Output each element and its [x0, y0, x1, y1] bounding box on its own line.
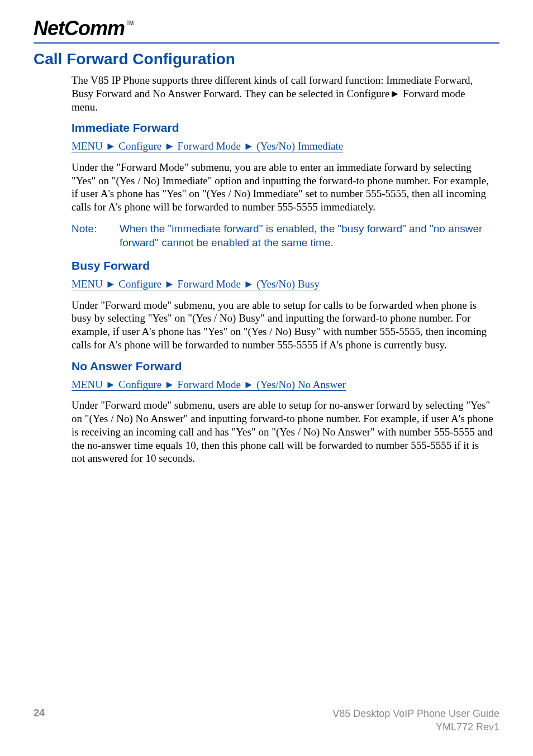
intro-paragraph: The V85 IP Phone supports three differen…	[72, 74, 494, 113]
section-body-noanswer: Under "Forward mode" submenu, users are …	[72, 399, 494, 465]
note-text: When the "immediate forward" is enabled,…	[120, 222, 494, 250]
note-label: Note:	[72, 222, 120, 250]
page-number: 24	[34, 707, 45, 734]
doc-rev: YML772 Rev1	[332, 721, 499, 734]
menu-path-busy-wrap: MENU ► Configure ► Forward Mode ► (Yes/N…	[72, 277, 494, 292]
section-heading-noanswer: No Answer Forward	[72, 360, 494, 373]
menu-path-noanswer: MENU ► Configure ► Forward Mode ► (Yes/N…	[72, 379, 346, 391]
section-heading-immediate: Immediate Forward	[72, 121, 494, 135]
footer-right: V85 Desktop VoIP Phone User Guide YML772…	[332, 707, 499, 734]
note-immediate: Note: When the "immediate forward" is en…	[72, 222, 494, 250]
doc-title: V85 Desktop VoIP Phone User Guide	[332, 707, 499, 720]
document-page: NetCommTM Call Forward Configuration The…	[0, 0, 533, 756]
header-bar: NetCommTM	[34, 17, 499, 44]
brand-logo: NetCommTM	[34, 17, 133, 40]
section-body-busy: Under "Forward mode" submenu, you are ab…	[72, 299, 494, 352]
menu-path-noanswer-wrap: MENU ► Configure ► Forward Mode ► (Yes/N…	[72, 377, 494, 393]
content-body: The V85 IP Phone supports three differen…	[72, 74, 494, 465]
section-heading-busy: Busy Forward	[72, 259, 494, 272]
brand-logo-text: NetComm	[34, 17, 125, 40]
menu-path-immediate-wrap: MENU ► Configure ► Forward Mode ► (Yes/N…	[72, 139, 494, 154]
trademark-symbol: TM	[126, 20, 133, 26]
menu-path-immediate: MENU ► Configure ► Forward Mode ► (Yes/N…	[72, 140, 343, 152]
menu-path-busy: MENU ► Configure ► Forward Mode ► (Yes/N…	[72, 278, 320, 290]
section-body-immediate: Under the "Forward Mode" submenu, you ar…	[72, 161, 494, 214]
page-footer: 24 V85 Desktop VoIP Phone User Guide YML…	[34, 707, 499, 734]
page-title: Call Forward Configuration	[34, 50, 499, 68]
